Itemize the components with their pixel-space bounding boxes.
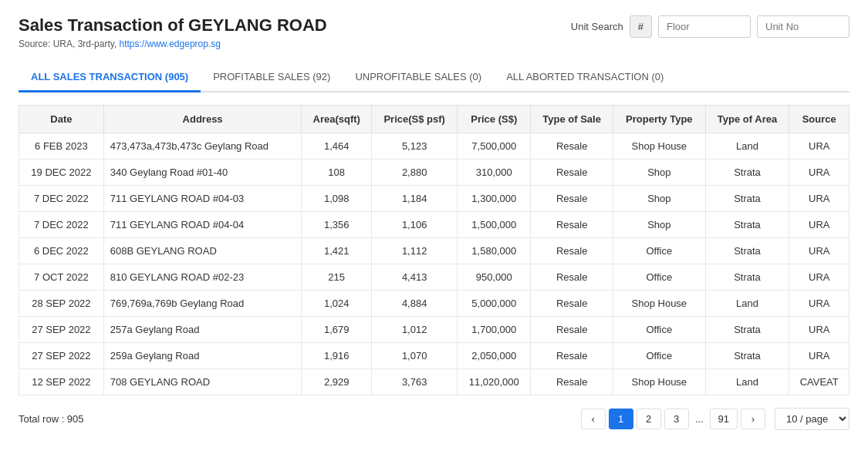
table-cell: 7 DEC 2022 [19,186,104,212]
table-cell: URA [789,238,849,264]
table-cell: Land [705,369,789,395]
table-cell: 711 GEYLANG ROAD #04-03 [103,186,302,212]
table-cell: 7 OCT 2022 [19,264,104,291]
table-cell: 1,300,000 [458,186,531,212]
pagination-last[interactable]: 91 [710,409,738,429]
table-cell: 19 DEC 2022 [19,160,104,186]
table-cell: Resale [531,291,613,317]
source-label: Source: URA, 3rd-party, [19,39,117,49]
table-cell: Strata [705,212,789,238]
table-cell: 340 Geylang Road #01-40 [103,160,302,186]
table-cell: Resale [531,264,613,291]
table-cell: 2,050,000 [458,343,531,369]
table-cell: Office [613,264,705,291]
unit-search-label: Unit Search [571,21,623,32]
source-link[interactable]: https://www.edgeprop.sg [120,39,221,49]
table-cell: 11,020,000 [458,369,531,395]
per-page-select[interactable]: 10 / page 20 / page 50 / page [775,408,849,430]
tab-all-sales[interactable]: ALL SALES TRANSACTION (905) [19,63,201,92]
table-cell: 7,500,000 [458,133,531,160]
pagination-page-2[interactable]: 2 [637,409,661,429]
table-row: 7 OCT 2022810 GEYLANG ROAD #02-232154,41… [19,264,849,291]
col-header: Date [19,106,104,133]
table-cell: 1,070 [371,343,457,369]
table-row: 27 SEP 2022257a Geylang Road1,6791,0121,… [19,317,849,343]
table-cell: Shop [613,186,705,212]
pagination-page-3[interactable]: 3 [664,409,689,429]
table-cell: 711 GEYLANG ROAD #04-04 [103,212,302,238]
table-cell: Shop House [613,369,705,395]
table-row: 27 SEP 2022259a Geylang Road1,9161,0702,… [19,343,849,369]
table-cell: Office [613,238,705,264]
pagination-prev[interactable]: ‹ [581,409,606,429]
table-cell: 6 FEB 2023 [19,133,104,160]
table-header: DateAddressArea(sqft)Price(S$ psf)Price … [19,106,849,133]
table-row: 7 DEC 2022711 GEYLANG ROAD #04-031,0981,… [19,186,849,212]
table-cell: 1,464 [302,133,372,160]
col-header: Price(S$ psf) [371,106,457,133]
floor-input[interactable] [658,15,751,38]
col-header: Address [103,106,302,133]
table-cell: Strata [705,186,789,212]
table-cell: 2,880 [371,160,457,186]
table-cell: URA [789,160,849,186]
table-cell: 1,112 [371,238,457,264]
table-cell: 1,012 [371,317,457,343]
table-cell: URA [789,291,849,317]
table-cell: 259a Geylang Road [103,343,302,369]
unit-no-input[interactable] [757,15,849,38]
table-cell: 12 SEP 2022 [19,369,104,395]
table-cell: 1,421 [302,238,372,264]
pagination: ‹ 1 2 3 ... 91 › 10 / page 20 / page 50 … [581,408,849,430]
table-cell: 1,356 [302,212,372,238]
table-cell: 1,184 [371,186,457,212]
table-cell: Resale [531,343,613,369]
table-cell: 5,000,000 [458,291,531,317]
tab-unprofitable-sales[interactable]: UNPROFITABLE SALES (0) [343,63,494,92]
table-cell: Shop House [613,291,705,317]
table-cell: 810 GEYLANG ROAD #02-23 [103,264,302,291]
table-cell: Strata [705,343,789,369]
table-cell: 608B GEYLANG ROAD [103,238,302,264]
table-cell: Strata [705,317,789,343]
table-row: 6 DEC 2022608B GEYLANG ROAD1,4211,1121,5… [19,238,849,264]
table-row: 28 SEP 2022769,769a,769b Geylang Road1,0… [19,291,849,317]
table-cell: Resale [531,160,613,186]
table-cell: 5,123 [371,133,457,160]
page-title: Sales Transaction of GEYLANG ROAD [19,15,327,35]
total-row-count: Total row : 905 [19,413,84,425]
table-cell: Land [705,291,789,317]
table-cell: 108 [302,160,372,186]
table-cell: URA [789,343,849,369]
hash-symbol: # [630,15,652,38]
col-header: Price (S$) [458,106,531,133]
tab-profitable-sales[interactable]: PROFITABLE SALES (92) [201,63,343,92]
table-cell: 1,098 [302,186,372,212]
table-cell: 473,473a,473b,473c Geylang Road [103,133,302,160]
table-cell: 1,500,000 [458,212,531,238]
pagination-next[interactable]: › [741,409,765,429]
table-cell: URA [789,317,849,343]
table-row: 7 DEC 2022711 GEYLANG ROAD #04-041,3561,… [19,212,849,238]
table-cell: 769,769a,769b Geylang Road [103,291,302,317]
tab-aborted-transactions[interactable]: ALL ABORTED TRANSACTION (0) [494,63,676,92]
table-cell: Resale [531,133,613,160]
pagination-dots: ... [692,409,707,429]
table-cell: Resale [531,369,613,395]
col-header: Source [789,106,849,133]
table-body: 6 FEB 2023473,473a,473b,473c Geylang Roa… [19,133,849,395]
table-cell: 1,106 [371,212,457,238]
unit-search-area: Unit Search # [571,15,849,38]
table-cell: 257a Geylang Road [103,317,302,343]
table-cell: 1,700,000 [458,317,531,343]
table-cell: URA [789,264,849,291]
table-cell: URA [789,186,849,212]
table-cell: Resale [531,212,613,238]
table-cell: Office [613,343,705,369]
table-cell: 1,580,000 [458,238,531,264]
table-cell: Shop [613,160,705,186]
col-header: Type of Sale [531,106,613,133]
pagination-page-1[interactable]: 1 [609,409,633,429]
table-cell: Shop [613,212,705,238]
table-cell: 708 GEYLANG ROAD [103,369,302,395]
